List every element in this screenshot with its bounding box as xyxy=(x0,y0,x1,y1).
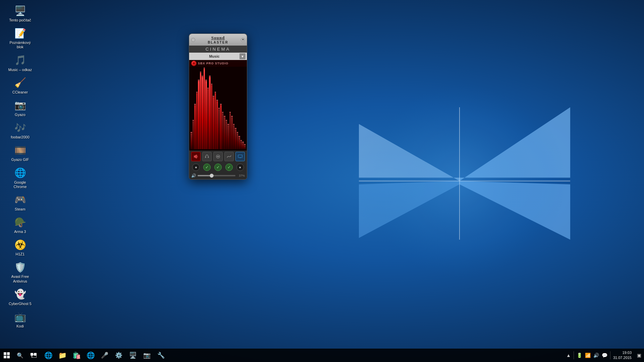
sb-presets: ● ✓ ✓ ✓ ● xyxy=(189,163,247,172)
svg-marker-10 xyxy=(195,155,197,159)
desktop-icon-poznamkovy-blok[interactable]: 📝 Poznámkový blok xyxy=(7,25,34,51)
desktop-icon-label-music-odkaz: Music – odkaz xyxy=(8,68,32,72)
vis-bar-26 xyxy=(238,137,240,149)
ie-taskbar-icon[interactable]: 🌐 xyxy=(42,349,55,362)
svg-rect-11 xyxy=(205,157,206,158)
desktop-icon-avast[interactable]: 🛡️ Avast Free Antivirus xyxy=(7,259,34,285)
vis-bar-15 xyxy=(218,109,220,149)
store-taskbar-icon[interactable]: 🛍️ xyxy=(70,349,83,362)
desktop-icon-img-arma3: 🪖 xyxy=(13,216,27,229)
vis-bar-5 xyxy=(200,73,202,149)
desktop-icon-img-foobar2000: 🎶 xyxy=(13,121,27,134)
ctrl-surround-button[interactable] xyxy=(213,152,223,161)
vis-bar-13 xyxy=(215,93,216,149)
sb-window-controls xyxy=(191,38,195,42)
vis-bar-1 xyxy=(193,121,194,149)
desktop-icon-img-gyazo: 📷 xyxy=(13,99,27,112)
desktop-icon-tento-pocitac[interactable]: 🖥️ Tento počítač xyxy=(7,3,34,24)
preset-2-button[interactable]: ✓ xyxy=(203,164,211,171)
preset-5-button[interactable]: ● xyxy=(236,164,244,171)
tray-chevron[interactable]: ▲ xyxy=(566,353,571,358)
desktop-icon-kodi[interactable]: 📺 Kodi xyxy=(7,309,34,330)
desktop-icon-music-odkaz[interactable]: 🎵 Music – odkaz xyxy=(7,52,34,73)
sbx-icon xyxy=(191,61,197,66)
desktop-icons-container: 🖥️ Tento počítač 📝 Poznámkový blok 🎵 Mus… xyxy=(0,0,40,333)
sb-title-sound: Sound xyxy=(211,35,225,41)
ctrl-eq-button[interactable] xyxy=(224,152,234,161)
desktop-icon-gyazo-gif[interactable]: 🎞️ Gyazo GIF xyxy=(7,142,34,163)
desktop-icon-label-arma3: Arma 3 xyxy=(14,230,26,234)
desktop-icon-img-h1z1: ☣️ xyxy=(13,238,27,251)
desktop-icon-steam[interactable]: 🎮 Steam xyxy=(7,192,34,213)
start-button[interactable] xyxy=(0,349,13,362)
svg-rect-21 xyxy=(7,352,10,355)
desktop-icon-google-chrome[interactable]: 🌐 Google Chrome xyxy=(7,165,34,190)
tray-divider xyxy=(574,351,574,359)
sb-mode-dropdown[interactable]: ▼ xyxy=(239,53,246,59)
tray-battery[interactable]: 🔋 xyxy=(577,353,582,358)
taskview-button[interactable] xyxy=(27,349,40,362)
preset-1-button[interactable]: ● xyxy=(192,164,200,171)
desktop-icon-label-foobar2000: foobar2000 xyxy=(11,135,30,139)
tray-volume[interactable]: 🔊 xyxy=(593,353,599,358)
desktop-icon-img-ccleaner: 🧹 xyxy=(13,76,27,89)
tray-network[interactable]: 📶 xyxy=(585,353,591,358)
system-clock[interactable]: 19:03 31.07.2015 xyxy=(613,350,634,361)
volume-icon: 🔊 xyxy=(191,173,196,178)
gyazo-taskbar-icon[interactable]: 📷 xyxy=(140,349,154,362)
desktop-icon-label-kodi: Kodi xyxy=(16,324,24,328)
vis-bar-27 xyxy=(240,141,242,149)
ctrl-display-button[interactable] xyxy=(235,152,245,161)
svg-rect-20 xyxy=(4,352,6,355)
desktop-icon-img-avast: 🛡️ xyxy=(13,260,27,274)
extra-taskbar-icon[interactable]: 🔧 xyxy=(154,349,168,362)
settings-taskbar-icon[interactable]: ⚙️ xyxy=(112,349,125,362)
volume-percentage: 37% xyxy=(237,174,245,177)
chrome-taskbar-icon[interactable]: 🌐 xyxy=(84,349,97,362)
preset-3-button[interactable]: ✓ xyxy=(214,164,222,171)
vis-bar-21 xyxy=(229,113,231,149)
tray-divider-2 xyxy=(610,351,610,359)
sb-sbx-bar: SBX PRO STUDIO xyxy=(189,60,247,67)
remote-taskbar-icon[interactable]: 🖥️ xyxy=(126,349,140,362)
sb-close-button[interactable]: ✕ xyxy=(241,38,245,42)
vis-bar-20 xyxy=(227,125,229,149)
desktop-icon-h1z1[interactable]: ☣️ H1Z1 xyxy=(7,237,34,258)
desktop-icon-cyberghost[interactable]: 👻 CyberGhost 5 xyxy=(7,286,34,307)
sb-cinema-bar: CINEMA xyxy=(189,46,247,53)
mumble-taskbar-icon[interactable]: 🎤 xyxy=(98,349,111,362)
vis-bar-7 xyxy=(204,69,205,149)
sb-minimize-button[interactable] xyxy=(191,38,195,42)
ctrl-headphones-button[interactable] xyxy=(202,152,212,161)
vis-bar-9 xyxy=(207,89,209,149)
desktop-icon-label-avast: Avast Free Antivirus xyxy=(8,275,32,283)
desktop-icon-label-gyazo: Gyazo xyxy=(15,113,25,117)
desktop-icon-img-music-odkaz: 🎵 xyxy=(13,54,27,67)
vis-bar-28 xyxy=(242,143,244,149)
tray-message[interactable]: 💬 xyxy=(602,353,607,358)
vis-bar-0 xyxy=(191,133,192,149)
desktop-icon-arma3[interactable]: 🪖 Arma 3 xyxy=(7,214,34,235)
desktop-icon-foobar2000[interactable]: 🎶 foobar2000 xyxy=(7,120,34,141)
volume-thumb[interactable] xyxy=(210,174,214,178)
desktop-icon-gyazo[interactable]: 📷 Gyazo xyxy=(7,97,34,118)
vis-bar-18 xyxy=(224,117,225,149)
volume-track[interactable] xyxy=(198,175,235,176)
sb-titlebar: Sound BLASTER ✕ xyxy=(189,34,247,46)
desktop-icon-ccleaner[interactable]: 🧹 CCleaner xyxy=(7,75,34,96)
desktop-icon-img-poznamkovy-blok: 📝 xyxy=(13,26,27,40)
svg-point-14 xyxy=(217,156,219,157)
vis-bar-24 xyxy=(235,129,236,149)
explorer-taskbar-icon[interactable]: 📁 xyxy=(56,349,69,362)
ctrl-speakers-button[interactable] xyxy=(191,152,201,161)
sb-window-controls-right: ✕ xyxy=(241,38,245,42)
vis-bar-8 xyxy=(205,81,207,149)
vis-bar-11 xyxy=(211,85,213,149)
sb-title-text: Sound BLASTER xyxy=(195,35,241,44)
preset-4-button[interactable]: ✓ xyxy=(225,164,233,171)
desktop-icon-img-tento-pocitac: 🖥️ xyxy=(13,4,27,17)
action-center[interactable]: ▣ xyxy=(637,353,641,358)
search-button[interactable]: 🔍 xyxy=(13,349,27,362)
vis-bar-2 xyxy=(194,105,196,149)
vis-bar-6 xyxy=(202,77,203,149)
